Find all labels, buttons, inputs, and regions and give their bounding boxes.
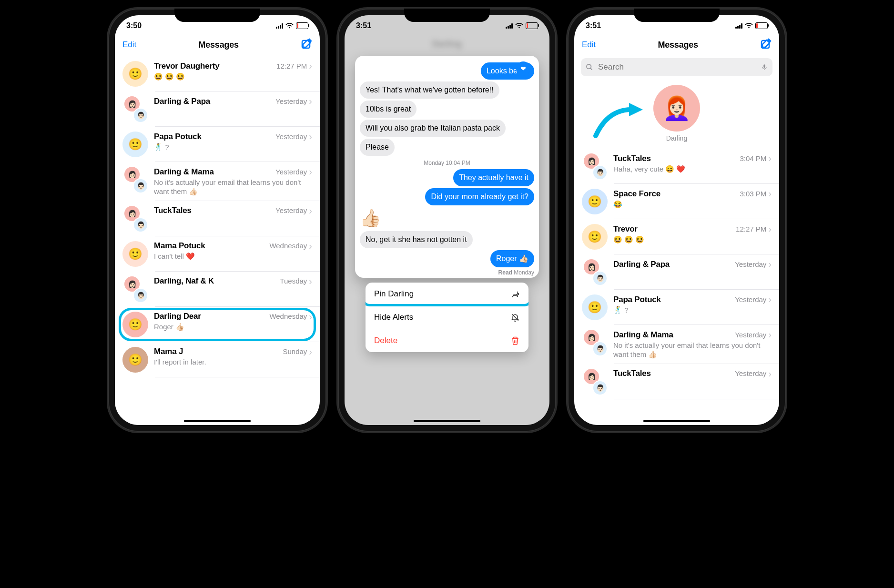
search-icon xyxy=(586,63,593,71)
message-incoming: No, get it she has not gotten it xyxy=(360,231,473,248)
edit-button[interactable]: Edit xyxy=(122,40,136,50)
menu-item-label: Hide Alerts xyxy=(374,313,413,322)
conversation-name: Mama J xyxy=(154,347,183,356)
avatar: 🙂 xyxy=(582,224,608,250)
conversation-row[interactable]: 🙂 Mama Potuck Wednesday › I can't tell ❤… xyxy=(115,236,320,272)
home-indicator[interactable] xyxy=(184,420,251,422)
read-receipt: Read Monday xyxy=(360,269,534,276)
home-indicator[interactable] xyxy=(643,420,710,422)
conversation-row[interactable]: 🙂 Papa Potuck Yesterday › 🕺 ? xyxy=(115,127,320,162)
search-input[interactable] xyxy=(597,62,757,72)
menu-item-hide-alerts[interactable]: Hide Alerts xyxy=(366,305,528,329)
conversation-time: 12:27 PM › xyxy=(736,224,772,233)
conversation-name: Darling & Papa xyxy=(613,260,670,269)
conversation-preview: Roger 👍🏻 xyxy=(154,322,312,332)
conversation-row[interactable]: 👩🏻 👨🏻 Darling, Naf & K Tuesday › xyxy=(115,272,320,307)
conversation-time: Wednesday › xyxy=(269,241,312,251)
chevron-right-icon: › xyxy=(309,206,312,215)
avatar: 🙂 xyxy=(122,61,148,87)
conversation-list[interactable]: 👩🏻 👨🏻 TuckTales 3:04 PM › Haha, very cut… xyxy=(574,149,779,399)
conversation-time: 12:27 PM › xyxy=(276,61,312,71)
cell-signal-icon xyxy=(735,23,742,29)
conversation-row[interactable]: 🙂 Trevor 12:27 PM › 😆 😆 😆 xyxy=(574,219,779,254)
menu-item-label: Pin Darling xyxy=(374,289,414,299)
conversation-name: Darling & Mama xyxy=(613,330,673,340)
conversation-row[interactable]: 👩🏻 👨🏻 TuckTales Yesterday › xyxy=(574,364,779,399)
avatar: 🙂 xyxy=(122,241,148,267)
conversation-preview-card[interactable]: Looks better ❤ Yes! That's what we've go… xyxy=(355,56,539,278)
chevron-right-icon: › xyxy=(768,224,772,233)
edit-button[interactable]: Edit xyxy=(582,40,596,50)
avatar: 🙂 xyxy=(582,189,608,214)
conversation-preview: No it's actually your email that learns … xyxy=(154,178,312,196)
menu-item-delete[interactable]: Delete xyxy=(366,329,528,352)
group-avatar: 👩🏻 👨🏻 xyxy=(582,259,608,285)
chevron-right-icon: › xyxy=(309,61,312,71)
phone-frame-2: 3:51 Darling Looks better ❤ Yes! That's … xyxy=(338,9,556,432)
conversation-row[interactable]: 👩🏻 👨🏻 Darling & Papa Yesterday › xyxy=(574,254,779,290)
conversation-row[interactable]: 👩🏻 👨🏻 Darling & Papa Yesterday › xyxy=(115,91,320,127)
conversation-preview: No it's actually your email that learns … xyxy=(613,341,772,359)
menu-item-pin[interactable]: Pin Darling xyxy=(366,283,528,305)
wifi-icon xyxy=(515,23,523,29)
nav-bar: Edit Messages xyxy=(574,36,779,56)
conversation-preview: I'll report in later. xyxy=(154,357,312,367)
conversation-name: Mama Potuck xyxy=(154,241,205,251)
message-incoming: 10lbs is great xyxy=(360,101,417,118)
conversation-row[interactable]: 🙂 Darling Dear Wednesday › Roger 👍🏻 xyxy=(115,307,320,342)
page-title: Messages xyxy=(198,40,238,50)
search-field[interactable] xyxy=(581,58,772,76)
mic-icon[interactable] xyxy=(761,63,768,71)
home-indicator[interactable] xyxy=(414,420,480,422)
conversation-name: TuckTales xyxy=(613,369,651,378)
conversation-time: Yesterday › xyxy=(275,132,312,141)
tapback-heart-icon: ❤ xyxy=(516,61,530,76)
conversation-name: Space Force xyxy=(613,189,660,199)
pinned-avatar[interactable]: 👩🏻‍🦰 xyxy=(653,85,700,132)
conversation-preview: Haha, very cute 😄 ❤️ xyxy=(613,164,772,174)
status-time: 3:51 xyxy=(586,21,601,30)
menu-item-label: Delete xyxy=(374,336,397,345)
conversation-name: TuckTales xyxy=(154,206,192,215)
conversation-name: TuckTales xyxy=(613,154,651,163)
phone-frame-1: 3:50 Edit Messages 🙂 Trevor Daugherty 12… xyxy=(108,9,326,432)
compose-button[interactable] xyxy=(301,38,312,51)
conversation-row[interactable]: 🙂 Space Force 3:03 PM › 😂 xyxy=(574,184,779,219)
chevron-right-icon: › xyxy=(309,347,312,356)
conversation-list[interactable]: 🙂 Trevor Daugherty 12:27 PM › 😆 😆 😆 👩🏻 👨… xyxy=(115,56,320,377)
conversation-name: Trevor xyxy=(613,224,638,234)
status-time: 3:50 xyxy=(126,21,142,30)
conversation-row[interactable]: 👩🏻 👨🏻 TuckTales 3:04 PM › Haha, very cut… xyxy=(574,149,779,184)
cell-signal-icon xyxy=(506,23,513,29)
conversation-row[interactable]: 🙂 Mama J Sunday › I'll report in later. xyxy=(115,342,320,377)
svg-line-3 xyxy=(512,295,514,297)
conversation-row[interactable]: 👩🏻 👨🏻 Darling & Mama Yesterday › No it's… xyxy=(115,162,320,201)
notch xyxy=(634,9,720,22)
conversation-row[interactable]: 👩🏻 👨🏻 Darling & Mama Yesterday › No it's… xyxy=(574,325,779,364)
svg-point-0 xyxy=(289,27,290,29)
pin-icon xyxy=(510,289,520,299)
compose-button[interactable] xyxy=(760,38,772,51)
chevron-right-icon: › xyxy=(309,132,312,141)
conversation-preview: 😆 😆 😆 xyxy=(154,72,312,81)
notch xyxy=(404,9,490,22)
message-incoming: Yes! That's what we've gotten before!! xyxy=(360,81,499,99)
conversation-preview: 😂 xyxy=(613,200,772,209)
battery-low-icon xyxy=(526,22,538,29)
conversation-row[interactable]: 👩🏻 👨🏻 TuckTales Yesterday › xyxy=(115,201,320,236)
chevron-right-icon: › xyxy=(309,276,312,286)
svg-point-7 xyxy=(748,27,750,29)
bell-slash-icon xyxy=(510,313,520,322)
conversation-preview xyxy=(613,270,772,280)
message-outgoing: They actually have it xyxy=(453,169,534,186)
chevron-right-icon: › xyxy=(768,369,772,378)
conversation-row[interactable]: 🙂 Trevor Daugherty 12:27 PM › 😆 😆 😆 xyxy=(115,56,320,91)
conversation-row[interactable]: 🙂 Papa Potuck Yesterday › 🕺 ? xyxy=(574,290,779,325)
wifi-icon xyxy=(745,23,753,29)
chevron-right-icon: › xyxy=(768,153,772,163)
avatar: 🙂 xyxy=(582,294,608,320)
svg-marker-13 xyxy=(629,103,643,116)
avatar: 🙂 xyxy=(122,132,148,157)
thumbs-up-reaction: 👍🏻 xyxy=(360,208,534,228)
conversation-preview: 🕺 ? xyxy=(154,142,312,152)
